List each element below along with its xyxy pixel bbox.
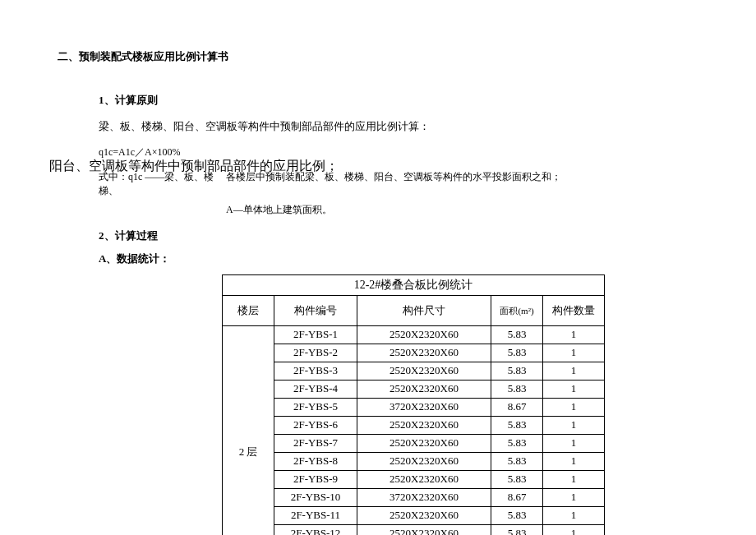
definitions: 式中：q1c ——梁、板、楼 梯、 各楼层中预制装配梁、板、楼梯、阳台、空调板等… [99, 170, 715, 198]
def-q1c-right: 各楼层中预制装配梁、板、楼梯、阳台、空调板等构件的水平投影面积之和； [226, 170, 561, 184]
code-cell: 2F-YBS-4 [274, 380, 357, 398]
code-cell: 2F-YBS-9 [274, 470, 357, 488]
table-row: 2F-YBS-62520X2320X605.831 [223, 416, 605, 434]
qty-cell: 1 [543, 325, 605, 344]
def-q1c-left-line1: 式中：q1c ——梁、板、楼 [99, 170, 226, 184]
size-cell: 2520X2320X60 [357, 344, 491, 362]
size-cell: 2520X2320X60 [357, 416, 491, 434]
qty-cell: 1 [543, 362, 605, 380]
area-cell: 5.83 [491, 362, 543, 380]
table-row: 2F-YBS-112520X2320X605.831 [223, 506, 605, 524]
table-row: 2 层2F-YBS-12520X2320X605.831 [223, 325, 605, 344]
code-cell: 2F-YBS-2 [274, 344, 357, 362]
calc-principle-text: 梁、板、楼梯、阳台、空调板等构件中预制部品部件的应用比例计算： [99, 119, 715, 134]
section1-heading: 1、计算原则 [99, 93, 715, 108]
floor-cell: 2 层 [223, 325, 274, 535]
code-cell: 2F-YBS-6 [274, 416, 357, 434]
qty-cell: 1 [543, 524, 605, 535]
area-cell: 5.83 [491, 524, 543, 535]
size-cell: 2520X2320X60 [357, 470, 491, 488]
area-cell: 5.83 [491, 325, 543, 344]
table-row: 2F-YBS-122520X2320X605.831 [223, 524, 605, 535]
size-cell: 2520X2320X60 [357, 380, 491, 398]
th-floor: 楼层 [223, 295, 274, 325]
area-cell: 5.83 [491, 416, 543, 434]
def-a: A—单体地上建筑面积。 [226, 203, 715, 217]
area-cell: 5.83 [491, 506, 543, 524]
code-cell: 2F-YBS-7 [274, 434, 357, 452]
table-body: 2 层2F-YBS-12520X2320X605.8312F-YBS-22520… [223, 325, 605, 535]
qty-cell: 1 [543, 416, 605, 434]
th-area: 面积(m²) [491, 295, 543, 325]
qty-cell: 1 [543, 344, 605, 362]
table-row: 2F-YBS-82520X2320X605.831 [223, 452, 605, 470]
code-cell: 2F-YBS-1 [274, 325, 357, 344]
code-cell: 2F-YBS-11 [274, 506, 357, 524]
th-qty: 构件数量 [543, 295, 605, 325]
qty-cell: 1 [543, 380, 605, 398]
size-cell: 3720X2320X60 [357, 398, 491, 416]
table-row: 2F-YBS-103720X2320X608.671 [223, 488, 605, 506]
area-cell: 5.83 [491, 452, 543, 470]
th-code: 构件编号 [274, 295, 357, 325]
def-q1c-left-line2: 梯、 [99, 184, 226, 198]
area-cell: 8.67 [491, 398, 543, 416]
size-cell: 2520X2320X60 [357, 434, 491, 452]
size-cell: 2520X2320X60 [357, 325, 491, 344]
size-cell: 2520X2320X60 [357, 524, 491, 535]
section2-sub: A、数据统计： [99, 251, 715, 266]
table-row: 2F-YBS-92520X2320X605.831 [223, 470, 605, 488]
area-cell: 8.67 [491, 488, 543, 506]
th-size: 构件尺寸 [357, 295, 491, 325]
size-cell: 2520X2320X60 [357, 506, 491, 524]
size-cell: 3720X2320X60 [357, 488, 491, 506]
table-row: 2F-YBS-72520X2320X605.831 [223, 434, 605, 452]
qty-cell: 1 [543, 470, 605, 488]
doc-title: 二、预制装配式楼板应用比例计算书 [58, 49, 715, 64]
qty-cell: 1 [543, 434, 605, 452]
area-cell: 5.83 [491, 434, 543, 452]
qty-cell: 1 [543, 506, 605, 524]
table-row: 2F-YBS-32520X2320X605.831 [223, 362, 605, 380]
table-title: 12-2#楼叠合板比例统计 [223, 274, 605, 295]
code-cell: 2F-YBS-12 [274, 524, 357, 535]
area-cell: 5.83 [491, 470, 543, 488]
qty-cell: 1 [543, 452, 605, 470]
code-cell: 2F-YBS-3 [274, 362, 357, 380]
qty-cell: 1 [543, 398, 605, 416]
table-row: 2F-YBS-53720X2320X608.671 [223, 398, 605, 416]
code-cell: 2F-YBS-10 [274, 488, 357, 506]
code-cell: 2F-YBS-5 [274, 398, 357, 416]
area-cell: 5.83 [491, 380, 543, 398]
table-row: 2F-YBS-42520X2320X605.831 [223, 380, 605, 398]
section2-heading: 2、计算过程 [99, 228, 715, 243]
area-cell: 5.83 [491, 344, 543, 362]
stats-table: 12-2#楼叠合板比例统计 楼层 构件编号 构件尺寸 面积(m²) 构件数量 2… [222, 274, 605, 535]
table-row: 2F-YBS-22520X2320X605.831 [223, 344, 605, 362]
qty-cell: 1 [543, 488, 605, 506]
size-cell: 2520X2320X60 [357, 452, 491, 470]
size-cell: 2520X2320X60 [357, 362, 491, 380]
code-cell: 2F-YBS-8 [274, 452, 357, 470]
